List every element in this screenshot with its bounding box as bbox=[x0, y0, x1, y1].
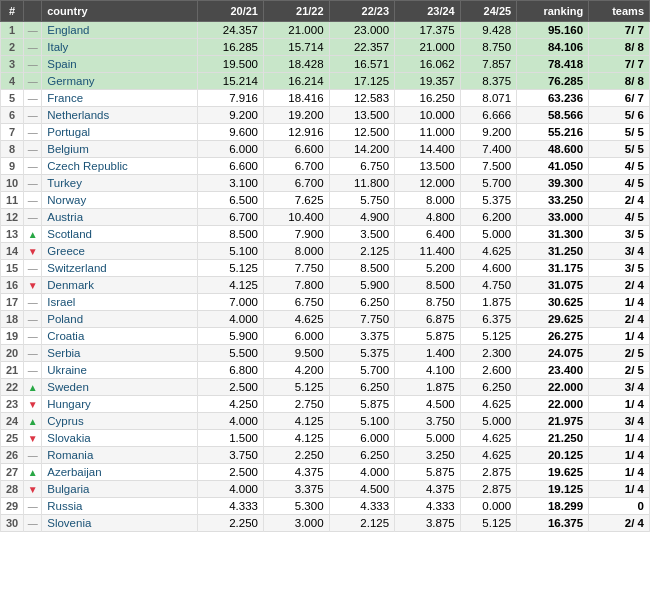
y2223-cell: 5.700 bbox=[329, 362, 395, 379]
country-cell: Spain bbox=[42, 56, 198, 73]
country-cell: France bbox=[42, 90, 198, 107]
table-row: 27▲Azerbaijan2.5004.3754.0005.8752.87519… bbox=[1, 464, 650, 481]
y2425-cell: 6.200 bbox=[460, 209, 516, 226]
trend-same-icon: — bbox=[28, 501, 38, 512]
y2021-cell: 5.500 bbox=[198, 345, 264, 362]
y2021-cell: 16.285 bbox=[198, 39, 264, 56]
trend-same-icon: — bbox=[28, 93, 38, 104]
y2425-cell: 2.875 bbox=[460, 481, 516, 498]
rank-cell: 17 bbox=[1, 294, 24, 311]
country-cell: Norway bbox=[42, 192, 198, 209]
y2324-cell: 4.333 bbox=[395, 498, 461, 515]
y2425-cell: 5.000 bbox=[460, 226, 516, 243]
y2425-cell: 5.125 bbox=[460, 328, 516, 345]
teams-cell: 3/ 4 bbox=[589, 413, 650, 430]
trend-cell: — bbox=[24, 260, 42, 277]
rank-cell: 21 bbox=[1, 362, 24, 379]
y2223-cell: 4.333 bbox=[329, 498, 395, 515]
y2324-cell: 19.357 bbox=[395, 73, 461, 90]
y2324-cell: 11.000 bbox=[395, 124, 461, 141]
country-cell: Azerbaijan bbox=[42, 464, 198, 481]
y2021-cell: 6.700 bbox=[198, 209, 264, 226]
y2223-cell: 5.375 bbox=[329, 345, 395, 362]
y2223-cell: 16.571 bbox=[329, 56, 395, 73]
trend-same-icon: — bbox=[28, 348, 38, 359]
teams-cell: 1/ 4 bbox=[589, 464, 650, 481]
y2223-cell: 7.750 bbox=[329, 311, 395, 328]
y2223-cell: 4.900 bbox=[329, 209, 395, 226]
trend-up-icon: ▲ bbox=[28, 229, 38, 240]
trend-same-icon: — bbox=[28, 314, 38, 325]
trend-cell: — bbox=[24, 294, 42, 311]
country-cell: Netherlands bbox=[42, 107, 198, 124]
trend-cell: — bbox=[24, 447, 42, 464]
trend-down-icon: ▼ bbox=[28, 484, 38, 495]
country-cell: Cyprus bbox=[42, 413, 198, 430]
teams-cell: 1/ 4 bbox=[589, 481, 650, 498]
country-cell: Russia bbox=[42, 498, 198, 515]
table-row: 6—Netherlands9.20019.20013.50010.0006.66… bbox=[1, 107, 650, 124]
y2021-cell: 6.500 bbox=[198, 192, 264, 209]
y2122-cell: 16.214 bbox=[263, 73, 329, 90]
y2324-cell: 8.500 bbox=[395, 277, 461, 294]
y2223-cell: 5.900 bbox=[329, 277, 395, 294]
y2122-cell: 6.700 bbox=[263, 175, 329, 192]
y2021-cell: 4.333 bbox=[198, 498, 264, 515]
trend-up-icon: ▲ bbox=[28, 467, 38, 478]
teams-cell: 4/ 5 bbox=[589, 175, 650, 192]
trend-cell: — bbox=[24, 345, 42, 362]
ranking-cell: 21.250 bbox=[517, 430, 589, 447]
y2425-cell: 7.400 bbox=[460, 141, 516, 158]
trend-cell: ▼ bbox=[24, 396, 42, 413]
country-cell: Austria bbox=[42, 209, 198, 226]
trend-cell: — bbox=[24, 175, 42, 192]
table-row: 11—Norway6.5007.6255.7508.0005.37533.250… bbox=[1, 192, 650, 209]
y2021-cell: 9.600 bbox=[198, 124, 264, 141]
y2324-cell: 13.500 bbox=[395, 158, 461, 175]
ranking-cell: 16.375 bbox=[517, 515, 589, 532]
ranking-cell: 31.250 bbox=[517, 243, 589, 260]
y2122-cell: 4.200 bbox=[263, 362, 329, 379]
y2425-cell: 4.625 bbox=[460, 430, 516, 447]
y2021-cell: 1.500 bbox=[198, 430, 264, 447]
y2425-cell: 2.300 bbox=[460, 345, 516, 362]
trend-cell: — bbox=[24, 311, 42, 328]
y2021-cell: 9.200 bbox=[198, 107, 264, 124]
teams-cell: 7/ 7 bbox=[589, 56, 650, 73]
ranking-cell: 31.300 bbox=[517, 226, 589, 243]
table-row: 26—Romania3.7502.2506.2503.2504.62520.12… bbox=[1, 447, 650, 464]
ranking-cell: 76.285 bbox=[517, 73, 589, 90]
trend-cell: — bbox=[24, 39, 42, 56]
y2425-cell: 4.625 bbox=[460, 243, 516, 260]
rank-cell: 11 bbox=[1, 192, 24, 209]
y2021-cell: 5.900 bbox=[198, 328, 264, 345]
trend-cell: — bbox=[24, 158, 42, 175]
ranking-cell: 33.250 bbox=[517, 192, 589, 209]
trend-same-icon: — bbox=[28, 144, 38, 155]
trend-same-icon: — bbox=[28, 297, 38, 308]
trend-same-icon: — bbox=[28, 195, 38, 206]
y2324-cell: 5.875 bbox=[395, 464, 461, 481]
ranking-cell: 78.418 bbox=[517, 56, 589, 73]
y2021-cell: 8.500 bbox=[198, 226, 264, 243]
trend-down-icon: ▼ bbox=[28, 399, 38, 410]
y2122-cell: 21.000 bbox=[263, 22, 329, 39]
trend-up-icon: ▲ bbox=[28, 416, 38, 427]
y2223-cell: 2.125 bbox=[329, 243, 395, 260]
y2122-cell: 8.000 bbox=[263, 243, 329, 260]
country-cell: Hungary bbox=[42, 396, 198, 413]
y2122-cell: 3.375 bbox=[263, 481, 329, 498]
table-row: 17—Israel7.0006.7506.2508.7501.87530.625… bbox=[1, 294, 650, 311]
y2122-cell: 15.714 bbox=[263, 39, 329, 56]
rank-cell: 25 bbox=[1, 430, 24, 447]
teams-cell: 6/ 7 bbox=[589, 90, 650, 107]
y2021-cell: 7.000 bbox=[198, 294, 264, 311]
y2425-cell: 5.000 bbox=[460, 413, 516, 430]
country-cell: Slovenia bbox=[42, 515, 198, 532]
trend-cell: ▲ bbox=[24, 226, 42, 243]
y2223-cell: 5.875 bbox=[329, 396, 395, 413]
country-cell: Poland bbox=[42, 311, 198, 328]
trend-up-icon: ▲ bbox=[28, 382, 38, 393]
y2021-cell: 3.100 bbox=[198, 175, 264, 192]
rank-cell: 9 bbox=[1, 158, 24, 175]
